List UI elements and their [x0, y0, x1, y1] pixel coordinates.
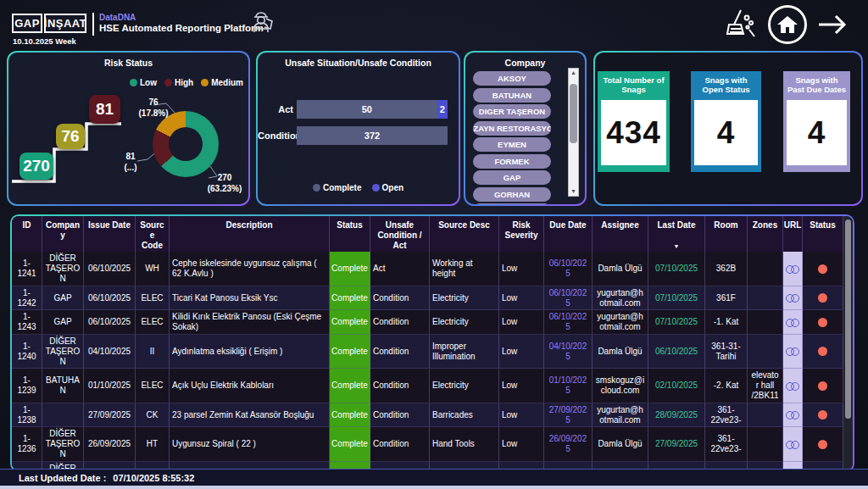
cell-issue_date: 01/10/2025: [84, 369, 136, 403]
unsafe-panel-title: Unsafe Situation/Unsafe Condition: [258, 53, 459, 68]
cell-source_code: ELEC: [136, 310, 170, 335]
cell-company: [42, 403, 84, 428]
table-row: 1-1240DİĞER TAŞERON04/10/2025IIAydınlatm…: [12, 335, 843, 369]
column-header-unsafe[interactable]: Unsafe Condition / Act: [370, 216, 430, 252]
company-filter-button[interactable]: GORHAN: [473, 187, 551, 202]
cell-last_date: 27/09/2025: [648, 427, 705, 461]
table-row: 1-1236DİĞER TAŞERON26/09/2025HTUygunsuz …: [12, 427, 843, 461]
cell-zones: [748, 252, 783, 286]
status-dot-icon: [818, 347, 827, 356]
column-header-company[interactable]: Company: [42, 216, 84, 252]
home-icon[interactable]: [768, 5, 807, 44]
company-filter-button[interactable]: FORMEK: [473, 154, 551, 169]
cell-source_code: HT: [136, 427, 170, 461]
cell-assignee: yugurtan@hotmail.com: [593, 310, 648, 335]
kpi-card-2: Snags with Past Due Dates4: [783, 71, 850, 172]
column-header-room[interactable]: Room: [705, 216, 748, 252]
url-link-icon[interactable]: [786, 441, 799, 448]
table-scrollbar[interactable]: [843, 216, 853, 470]
kpi-value-box: 434: [601, 100, 666, 165]
url-link-icon[interactable]: [786, 319, 799, 326]
url-link-icon[interactable]: [786, 347, 799, 355]
cell-description: Açık Uçlu Elektrik Kabloları: [170, 369, 330, 403]
company-filter-button[interactable]: HASTÜRK: [473, 203, 551, 204]
cell-assignee: Damla Ülgü: [593, 427, 648, 461]
cell-room: 362B: [705, 252, 748, 286]
kpi-title: Snags with Open Status: [694, 75, 758, 97]
cell-dot: [803, 286, 843, 311]
table-row: 1-1241DİĞER TAŞERON06/10/2025WHCephe isk…: [12, 252, 843, 286]
cell-last_date: 07/10/2025: [648, 310, 705, 335]
cell-source_code: WH: [136, 252, 170, 286]
cell-dot: [803, 369, 843, 403]
bottom-edge-strip: [0, 486, 868, 489]
cell-description: Aydınlatma eksikliği ( Erişim ): [170, 335, 330, 369]
sort-descending-icon: ▼: [674, 243, 680, 250]
cell-unsafe: Act: [370, 252, 430, 286]
cell-due_date: 04/10/2025: [544, 335, 593, 369]
column-header-source_desc[interactable]: Source Desc: [430, 216, 499, 252]
broom-icon[interactable]: [722, 7, 761, 41]
cell-due_date: 06/10/2025: [544, 286, 593, 311]
cell-risk: Low: [499, 427, 544, 461]
scroll-down-icon[interactable]: ▼: [570, 187, 576, 196]
url-link-icon[interactable]: [786, 382, 799, 390]
column-header-dot[interactable]: Status: [803, 216, 843, 252]
logo-gap: GAP: [12, 14, 42, 33]
cell-room: 361F: [705, 286, 748, 311]
column-header-last_date[interactable]: Last Date▼: [648, 216, 705, 252]
scrollbar-thumb[interactable]: [570, 84, 577, 143]
cell-assignee: Damla Ülgü: [593, 335, 648, 369]
company-filter-button[interactable]: DIZAYN RESTORASYON: [473, 121, 551, 136]
cell-company: DİĞER TAŞERON: [42, 427, 84, 461]
company-filter-button[interactable]: EYMEN: [473, 137, 551, 152]
url-link-icon[interactable]: [786, 265, 799, 273]
cell-unsafe: Condition: [370, 310, 430, 335]
table-header-row: IDCompanyIssue DateSource CodeDescriptio…: [12, 216, 843, 252]
status-dot-icon: [818, 381, 827, 391]
arrow-right-icon[interactable]: [814, 8, 851, 41]
url-link-icon[interactable]: [786, 411, 799, 419]
legend-item-complete: Complete: [313, 183, 362, 192]
column-header-source_code[interactable]: Source Code: [136, 216, 170, 252]
cell-url: [783, 403, 803, 428]
legend-dot: [372, 184, 380, 192]
cell-source_desc: Electricity: [430, 369, 499, 403]
kpi-card-0: Total Number of Snags434: [598, 71, 670, 172]
cell-room: -2. Kat: [705, 369, 748, 403]
kpi-title: Snags with Past Due Dates: [787, 75, 847, 97]
column-header-assignee[interactable]: Assignee: [593, 216, 648, 252]
cell-due_date: 01/10/2025: [544, 369, 593, 403]
week-label: 10.10.2025 Week: [13, 36, 76, 46]
cell-last_date: 06/10/2025: [648, 335, 705, 369]
cell-unsafe: Condition: [370, 403, 430, 428]
url-link-icon[interactable]: [786, 294, 799, 302]
column-header-due_date[interactable]: Due Date: [544, 216, 593, 252]
cell-last_date: 02/10/2025: [648, 369, 705, 403]
cell-source_desc: Electricity: [430, 286, 499, 311]
company-filter-button[interactable]: GAP: [473, 170, 551, 185]
column-header-zones[interactable]: Zones: [748, 216, 783, 252]
scroll-up-icon[interactable]: ▲: [570, 69, 576, 77]
legend-label: Complete: [323, 183, 362, 192]
column-header-url[interactable]: URL: [783, 216, 803, 252]
company-filter-button[interactable]: BATUHAN: [473, 88, 551, 103]
company-scrollbar[interactable]: ▲ ▼: [568, 68, 579, 197]
column-header-description[interactable]: Description: [170, 216, 330, 252]
table-scrollbar-thumb[interactable]: [845, 219, 851, 419]
column-header-status[interactable]: Status: [330, 216, 370, 252]
kpi-value-box: 4: [694, 100, 758, 165]
column-header-id[interactable]: ID: [12, 216, 42, 252]
bar-condition: 372: [297, 126, 448, 145]
company-title: Company: [465, 53, 585, 68]
cell-source_desc: Hand Tools: [430, 427, 499, 461]
cell-source_code: ELEC: [136, 286, 170, 311]
company-filter-button[interactable]: DIGER TAŞERON: [473, 104, 551, 119]
column-header-risk[interactable]: Risk Severity: [499, 216, 544, 252]
cell-status: Complete: [330, 427, 370, 461]
step-box-high: 81: [89, 95, 120, 124]
column-header-issue_date[interactable]: Issue Date: [84, 216, 136, 252]
company-filter-button[interactable]: AKSOY: [473, 71, 551, 86]
cell-id: 1-1243: [12, 310, 42, 335]
cell-due_date: 27/09/2025: [544, 403, 593, 428]
